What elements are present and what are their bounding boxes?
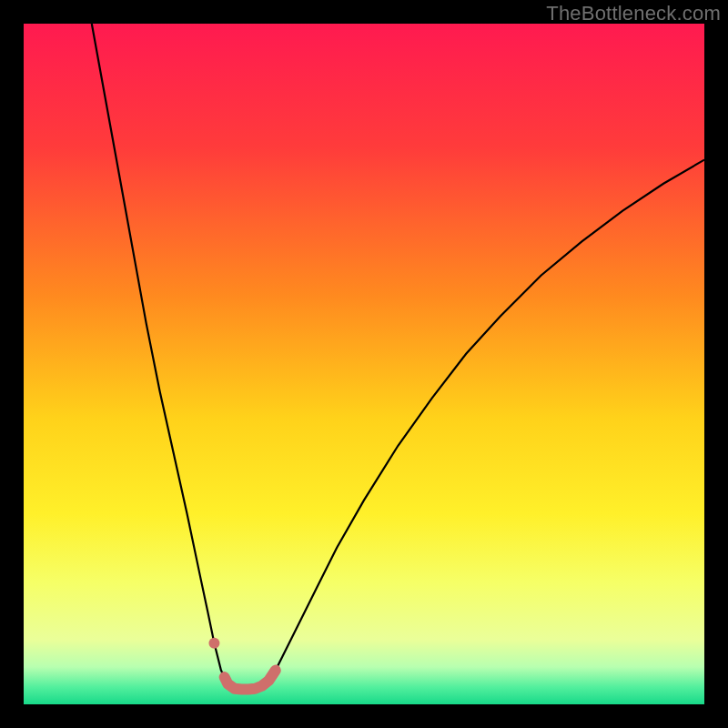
watermark-text: TheBottleneck.com <box>546 2 721 25</box>
bottom-lead-dot <box>208 638 219 649</box>
chart-frame: TheBottleneck.com <box>0 0 728 728</box>
bottleneck-chart <box>24 24 704 704</box>
gradient-background <box>24 24 704 704</box>
